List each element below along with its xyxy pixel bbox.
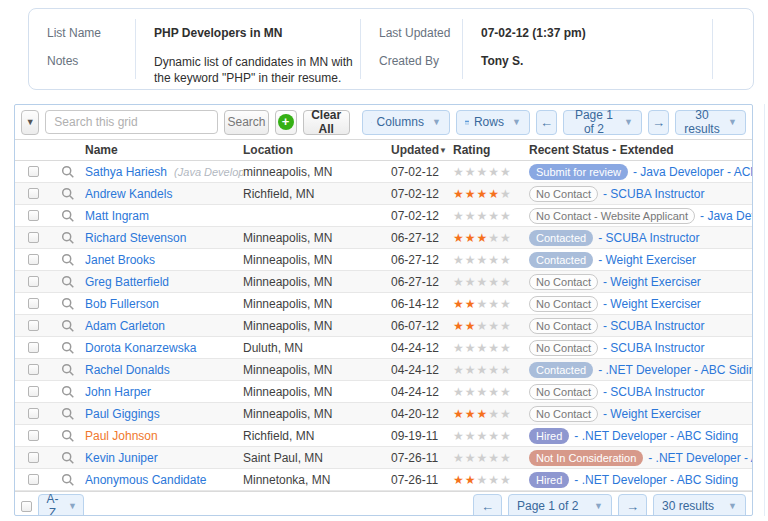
footer-prev-page-button[interactable]: ← [473,494,502,517]
status-link[interactable]: - SCUBA Instructor [603,385,704,399]
rating-stars[interactable]: ★★★★★ [453,473,529,487]
header-location[interactable]: Location [243,143,391,157]
magnifier-icon[interactable] [61,407,75,421]
row-checkbox[interactable] [28,430,39,441]
row-checkbox[interactable] [28,232,39,243]
status-link[interactable]: - SCUBA Instructor [598,231,699,245]
row-checkbox[interactable] [28,320,39,331]
candidate-name-link[interactable]: Kevin Juniper [85,451,158,465]
magnifier-icon[interactable] [61,319,75,333]
magnifier-icon[interactable] [61,209,75,223]
az-sort-dropdown[interactable]: A-Z ▼ [38,494,84,517]
row-checkbox[interactable] [28,298,39,309]
magnifier-icon[interactable] [61,429,75,443]
row-preview-cell [51,319,85,333]
header-status[interactable]: Recent Status - Extended [529,143,752,157]
row-checkbox[interactable] [28,474,39,485]
next-page-button[interactable]: → [648,110,669,135]
results-per-page-dropdown[interactable]: 30 results ▼ [675,110,746,135]
rating-stars[interactable]: ★★★★★ [453,297,529,311]
add-button[interactable]: + [275,110,297,135]
candidate-name-link[interactable]: Bob Fullerson [85,297,159,311]
magnifier-icon[interactable] [61,275,75,289]
status-link[interactable]: - .NET Developer - ABC Siding [574,429,738,443]
status-link[interactable]: - Java Developer - A [700,209,752,223]
candidate-name-link[interactable]: Rachel Donalds [85,363,170,377]
rating-stars[interactable]: ★★★★★ [453,407,529,421]
candidate-name-link[interactable]: Sathya Hariesh [85,165,167,179]
header-updated[interactable]: Updated ▼ [391,143,453,157]
footer-results-per-page-dropdown[interactable]: 30 results ▼ [653,494,746,517]
rating-stars[interactable]: ★★★★★ [453,363,529,377]
rows-dropdown-button[interactable]: Rows ▼ [456,110,530,135]
page-select-dropdown[interactable]: Page 1 of 2 ▼ [563,110,642,135]
row-checkbox[interactable] [28,452,39,463]
status-link[interactable]: - SCUBA Instructor [603,319,704,333]
row-checkbox[interactable] [28,210,39,221]
status-link[interactable]: - Weight Exerciser [598,253,696,267]
candidate-name-link[interactable]: Dorota Konarzewska [85,341,196,355]
rating-stars[interactable]: ★★★★★ [453,187,529,201]
magnifier-icon[interactable] [61,363,75,377]
magnifier-icon[interactable] [61,473,75,487]
status-link[interactable]: - Java Developer - ACME Enterpris [633,165,752,179]
status-link[interactable]: - SCUBA Instructor [603,341,704,355]
search-options-dropdown-button[interactable]: ▼ [21,110,39,135]
candidate-name-link[interactable]: Paul Giggings [85,407,160,421]
row-checkbox[interactable] [28,342,39,353]
magnifier-icon[interactable] [61,187,75,201]
candidate-name-link[interactable]: Greg Batterfield [85,275,169,289]
rating-stars[interactable]: ★★★★★ [453,165,529,179]
search-button[interactable]: Search [224,110,268,135]
row-checkbox[interactable] [28,408,39,419]
rating-stars[interactable]: ★★★★★ [453,231,529,245]
magnifier-icon[interactable] [61,341,75,355]
candidate-name-cell: Bob Fullerson [85,297,243,311]
row-checkbox[interactable] [28,166,39,177]
candidate-name-link[interactable]: Adam Carleton [85,319,165,333]
rating-stars[interactable]: ★★★★★ [453,341,529,355]
rating-stars[interactable]: ★★★★★ [453,429,529,443]
rating-stars[interactable]: ★★★★★ [453,253,529,267]
status-link[interactable]: - Weight Exerciser [603,407,701,421]
magnifier-icon[interactable] [61,297,75,311]
candidate-name-link[interactable]: Janet Brooks [85,253,155,267]
row-checkbox[interactable] [28,276,39,287]
candidate-name-link[interactable]: Anonymous Candidate [85,473,206,487]
candidate-name-link[interactable]: Matt Ingram [85,209,149,223]
candidate-name-link[interactable]: Andrew Kandels [85,187,172,201]
candidate-name-link[interactable]: John Harper [85,385,151,399]
clear-all-button[interactable]: Clear All [303,110,350,135]
rating-stars[interactable]: ★★★★★ [453,209,529,223]
row-checkbox[interactable] [28,364,39,375]
status-link[interactable]: - .NET Developer - ABC Siding [574,473,738,487]
magnifier-icon[interactable] [61,253,75,267]
prev-page-button[interactable]: ← [536,110,557,135]
magnifier-icon[interactable] [61,165,75,179]
select-all-checkbox[interactable] [21,501,32,512]
search-input[interactable] [45,110,218,134]
header-rating[interactable]: Rating [453,143,529,157]
rating-stars[interactable]: ★★★★★ [453,275,529,289]
columns-dropdown-button[interactable]: Columns ▼ [362,110,450,135]
magnifier-icon[interactable] [61,385,75,399]
footer-page-select-dropdown[interactable]: Page 1 of 2 ▼ [508,494,612,517]
magnifier-icon[interactable] [61,231,75,245]
row-checkbox[interactable] [28,188,39,199]
status-link[interactable]: - Weight Exerciser [603,275,701,289]
status-link[interactable]: - Weight Exerciser [603,297,701,311]
rating-stars[interactable]: ★★★★★ [453,319,529,333]
row-checkbox[interactable] [28,386,39,397]
status-link[interactable]: - SCUBA Instructor [603,187,704,201]
rating-stars[interactable]: ★★★★★ [453,451,529,465]
status-link[interactable]: - .NET Developer - ABC Siding [598,363,752,377]
candidate-name-link[interactable]: Richard Stevenson [85,231,186,245]
header-name[interactable]: Name [85,143,243,157]
magnifier-icon[interactable] [61,451,75,465]
row-checkbox-cell [15,166,51,177]
rating-stars[interactable]: ★★★★★ [453,385,529,399]
footer-next-page-button[interactable]: → [618,494,647,517]
candidate-name-link[interactable]: Paul Johnson [85,429,158,443]
row-checkbox[interactable] [28,254,39,265]
status-link[interactable]: - .NET Developer - ABC Siding [648,451,752,465]
